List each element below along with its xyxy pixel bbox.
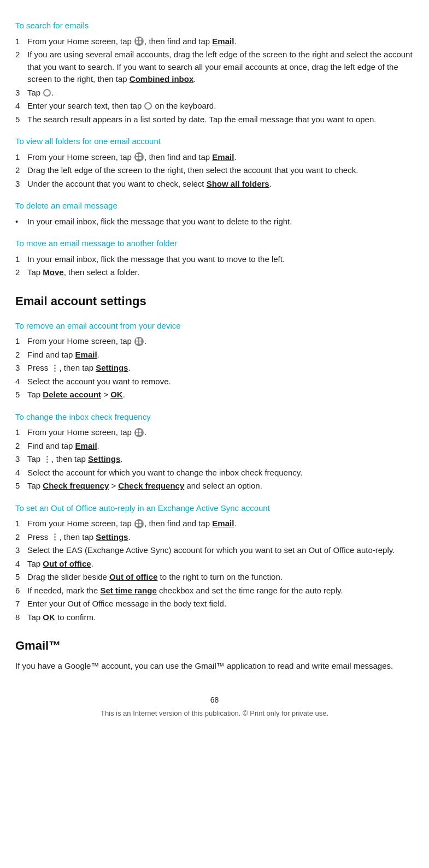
folders-list: 1 From your Home screen, tap , then find… [15,151,414,191]
svg-rect-11 [139,341,142,343]
svg-rect-8 [136,338,138,341]
svg-rect-19 [139,524,142,526]
gmail-body: If you have a Google™ account, you can u… [15,660,414,673]
list-item: 1 From your Home screen, tap . [15,426,414,439]
svg-rect-17 [139,521,142,523]
menu-icon [43,455,51,463]
search-icon [144,102,152,110]
list-item: 3 Under the account that you want to che… [15,178,414,191]
section-remove-account: To remove an email account from your dev… [15,320,414,401]
menu-icon [51,364,59,372]
section-view-folders: To view all folders for one email accoun… [15,135,414,190]
move-list: 1 In your email inbox, flick the message… [15,253,414,279]
section-move-email: To move an email message to another fold… [15,237,414,279]
search-list: 1 From your Home screen, tap , then find… [15,35,414,126]
list-item: 8 Tap OK to confirm. [15,611,414,624]
gmail-header: Gmail™ [15,637,414,655]
section-header-remove: To remove an email account from your dev… [15,320,414,332]
list-item: 5 Drag the slider beside Out of office t… [15,571,414,584]
list-item: 1 From your Home screen, tap , then find… [15,35,414,48]
section-inbox-frequency: To change the inbox check frequency 1 Fr… [15,411,414,492]
list-item: 1 From your Home screen, tap . [15,335,414,348]
svg-rect-1 [139,38,142,40]
footer-text: This is an Internet version of this publ… [15,708,414,719]
list-item: 4 Tap Out of office. [15,558,414,570]
list-item: 3 Select the EAS (Exchange Active Sync) … [15,544,414,557]
list-item: 5 Tap Check frequency > Check frequency … [15,480,414,492]
list-item: 6 If needed, mark the Set time range che… [15,585,414,597]
svg-rect-13 [139,430,142,432]
list-item: 7 Enter your Out of Office message in th… [15,598,414,610]
list-item: 2 Tap Move, then select a folder. [15,266,414,279]
svg-rect-9 [139,338,142,341]
list-item: 1 From your Home screen, tap , then find… [15,151,414,164]
list-item: 3 Tap . [15,87,414,99]
list-item: 4 Select the account you want to remove. [15,376,414,388]
frequency-list: 1 From your Home screen, tap . 2 Find an… [15,426,414,492]
list-item: 1 In your email inbox, flick the message… [15,253,414,266]
remove-list: 1 From your Home screen, tap . 2 Find an… [15,335,414,401]
grid-icon [134,337,144,346]
list-item: 3 Tap , then tap Settings. [15,453,414,466]
svg-rect-18 [136,524,138,526]
section-header-delete: To delete an email message [15,200,414,212]
svg-rect-16 [136,521,138,523]
svg-rect-6 [136,157,138,159]
section-header-search: To search for emails [15,20,414,32]
list-item: 2 Find and tap Email. [15,440,414,453]
list-item: 2 Drag the left edge of the screen to th… [15,164,414,177]
svg-rect-3 [139,41,142,44]
ooo-list: 1 From your Home screen, tap , then find… [15,518,414,623]
section-delete-email: To delete an email message • In your ema… [15,200,414,228]
list-item: 1 From your Home screen, tap , then find… [15,518,414,530]
section-header-ooo: To set an Out of Office auto-reply in an… [15,502,414,515]
list-item: 5 Tap Delete account > OK. [15,389,414,401]
svg-rect-5 [139,154,142,156]
section-out-of-office: To set an Out of Office auto-reply in an… [15,502,414,624]
email-account-settings-header: Email account settings [15,292,414,310]
svg-rect-15 [139,432,142,435]
svg-rect-12 [136,430,138,432]
section-header-move: To move an email message to another fold… [15,237,414,250]
svg-rect-4 [136,154,138,156]
grid-icon [134,37,144,46]
list-item: • In your email inbox, flick the message… [15,216,414,228]
list-item: 2 Find and tap Email. [15,349,414,361]
svg-rect-0 [136,38,138,40]
search-icon [43,89,51,97]
list-item: 4 Enter your search text, then tap on th… [15,100,414,112]
svg-rect-14 [136,432,138,435]
list-item: 4 Select the account for which you want … [15,467,414,479]
list-item: 3 Press , then tap Settings. [15,362,414,374]
section-header-folders: To view all folders for one email accoun… [15,135,414,148]
section-header-frequency: To change the inbox check frequency [15,411,414,424]
delete-list: • In your email inbox, flick the message… [15,216,414,228]
svg-rect-10 [136,341,138,343]
page-content: To search for emails 1 From your Home sc… [15,20,414,718]
page-footer: 68 This is an Internet version of this p… [15,694,414,719]
svg-rect-7 [139,157,142,159]
menu-icon [51,533,59,541]
list-item: 2 Press , then tap Settings. [15,531,414,544]
grid-icon [134,519,144,528]
list-item: 2 If you are using several email account… [15,49,414,86]
section-search-emails: To search for emails 1 From your Home sc… [15,20,414,126]
grid-icon [134,428,144,437]
grid-icon [134,152,144,162]
list-item: 5 The search result appears in a list so… [15,114,414,126]
page-number: 68 [15,694,414,706]
svg-rect-2 [136,41,138,44]
